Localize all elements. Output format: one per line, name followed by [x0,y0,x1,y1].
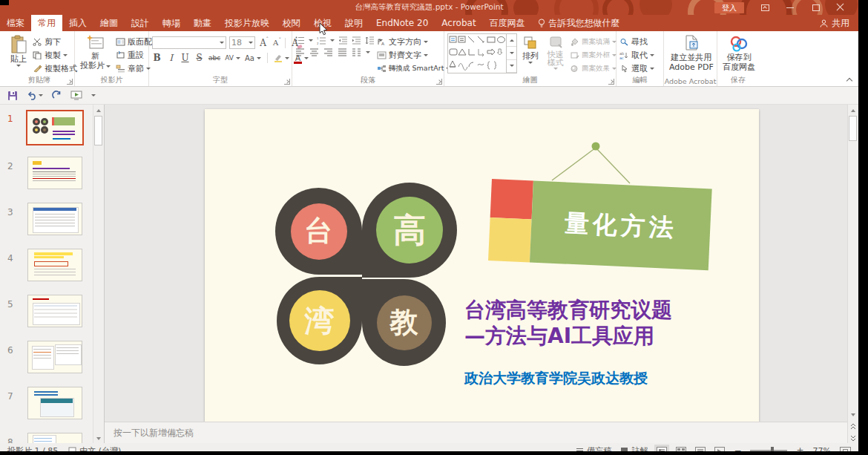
clover-shape-top-left[interactable]: 台 [275,188,362,275]
text-shadow-button[interactable]: abc [208,54,220,62]
line-spacing-icon[interactable] [365,36,375,45]
shapes-gallery-scroll[interactable] [506,34,516,73]
character-spacing-button[interactable]: AV [225,53,240,63]
strikethrough-button[interactable]: S [194,53,204,63]
shape-effects-button[interactable]: 圖案效果 [570,63,613,73]
zoom-slider[interactable] [750,450,787,451]
align-left-icon[interactable] [295,48,305,56]
tab-animations[interactable]: 動畫 [187,15,218,31]
slide-area-scrollbar[interactable] [847,105,858,444]
zoom-slider-thumb[interactable] [771,447,774,451]
slide-title-text[interactable]: 台湾高等教育研究议题 —方法与AI工具应用 [464,297,672,349]
minimize-icon[interactable] [786,3,795,12]
reading-view-button[interactable] [695,447,706,452]
tab-home[interactable]: 常用 [31,15,62,31]
increase-indent-icon[interactable] [352,36,361,45]
bold-button[interactable]: B [152,53,162,63]
tab-transitions[interactable]: 轉場 [156,15,187,31]
undo-button[interactable] [27,91,43,100]
tab-help[interactable]: 說明 [338,15,369,31]
slide-editing-area[interactable]: 台 高 湾 教 [205,109,759,422]
clipboard-dialog-launcher[interactable] [67,79,73,85]
tab-insert[interactable]: 插入 [62,15,93,31]
quick-styles-button[interactable]: 快速樣式 [544,33,567,75]
maximize-icon[interactable] [811,3,820,12]
scroll-down-icon[interactable] [94,433,103,443]
scrollbar-thumb[interactable] [849,116,857,141]
paragraph-dialog-launcher[interactable] [436,79,442,85]
slideshow-view-button[interactable] [714,447,725,452]
arrange-button[interactable]: 排列 [520,33,541,75]
scroll-down-icon[interactable] [849,410,858,419]
tab-file[interactable]: 檔案 [0,15,31,31]
sign-in-button[interactable]: 登入 [714,2,744,13]
zoom-level[interactable]: 77% [813,446,831,452]
slide-thumbnail-7[interactable] [27,387,82,419]
grow-font-button[interactable]: A˄ [258,38,268,48]
quantitative-methods-sign[interactable]: 量化方法 [488,179,712,270]
text-direction-button[interactable]: A 文字方向 [377,36,441,47]
start-slideshow-icon[interactable] [70,91,82,100]
qat-customize-icon[interactable] [91,94,96,96]
clover-shape-bottom-left[interactable]: 湾 [277,277,362,364]
language-indicator[interactable]: 中文 (台灣) [68,445,121,452]
tab-slideshow[interactable]: 投影片放映 [218,15,276,31]
cut-button[interactable]: 剪下 [33,36,77,47]
tab-review[interactable]: 校閱 [276,15,307,31]
highlight-color-button[interactable] [274,53,289,63]
underline-button[interactable]: U [180,53,190,63]
columns-icon[interactable] [352,48,361,56]
slide-subtitle-text[interactable]: 政治大学教育学院吴政达教授 [464,369,648,388]
thumbnail-scrollbar[interactable] [93,105,104,444]
comments-toggle-button[interactable]: 註解 [620,445,648,452]
select-button[interactable]: 選取 [619,63,654,73]
drawing-dialog-launcher[interactable] [608,79,614,85]
scroll-up-icon[interactable] [849,105,858,115]
paste-button[interactable]: 貼上 [7,33,30,75]
align-center-icon[interactable] [309,48,319,56]
share-button[interactable]: 共用 [820,15,849,31]
slide-thumbnail-4[interactable] [27,249,82,281]
change-case-button[interactable]: Aa [245,53,261,63]
normal-view-button[interactable] [657,447,667,452]
tab-endnote[interactable]: EndNote 20 [369,15,435,31]
redo-icon[interactable] [52,91,62,100]
save-icon[interactable] [7,91,18,101]
decrease-indent-icon[interactable] [338,36,348,45]
replace-button[interactable]: abac 取代 [619,50,654,60]
clover-shape-top-right[interactable]: 高 [362,183,457,278]
previous-slide-icon[interactable] [849,422,858,431]
convert-smartart-button[interactable]: 轉換成 SmartArt [377,63,441,73]
slide-canvas[interactable]: 台 高 湾 教 [105,105,847,444]
notes-toggle-button[interactable]: 備忘稿 [576,445,611,452]
scroll-up-icon[interactable] [94,105,103,115]
font-size-combobox[interactable]: 18 [229,36,255,49]
tab-acrobat[interactable]: Acrobat [435,15,482,31]
close-icon[interactable] [836,3,845,12]
slide-thumbnail-6[interactable] [27,341,82,373]
shape-fill-button[interactable]: 圖案填滿 [570,36,613,47]
zoom-in-button[interactable]: + [796,445,803,451]
new-slide-button[interactable]: 新 投影片 [78,33,113,75]
copy-button[interactable]: 複製 [33,50,77,60]
notes-pane[interactable]: 按一下以新增備忘稿 [105,422,847,444]
format-painter-button[interactable]: 複製格式 [33,63,77,73]
shape-outline-button[interactable]: 圖案外框 [570,50,613,60]
shapes-gallery[interactable] [447,33,517,73]
create-share-pdf-button[interactable]: 建立並共用 Adobe PDF [667,33,716,75]
ribbon-display-options-icon[interactable] [760,3,769,12]
save-to-baidu-button[interactable]: 保存到 百度网盘 [720,33,757,75]
slide-thumbnail-5[interactable] [27,295,82,327]
next-slide-icon[interactable] [849,433,858,443]
zoom-out-button[interactable]: − [734,445,741,451]
find-button[interactable]: 尋找 [619,36,654,47]
tab-baidu[interactable]: 百度网盘 [483,15,532,31]
numbering-icon[interactable]: 12 [317,36,326,45]
italic-button[interactable]: I [166,53,176,63]
align-right-icon[interactable] [323,48,333,56]
thumbnail-scrollbar-thumb[interactable] [94,116,102,145]
bullets-icon[interactable] [295,36,305,45]
tell-me-box[interactable]: 告訴我您想做什麼 [532,15,626,31]
slide-thumbnail-2[interactable] [27,157,82,189]
align-text-button[interactable]: 對齊文字 [377,50,441,60]
